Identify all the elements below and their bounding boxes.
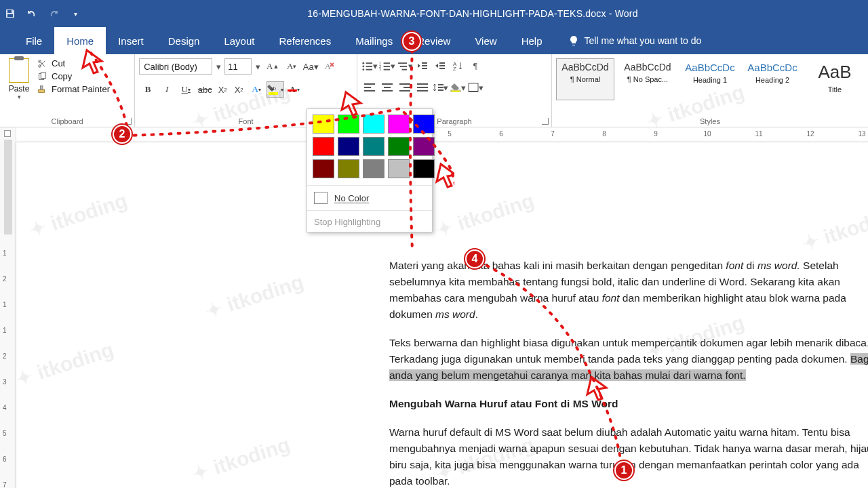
highlight-swatch[interactable] <box>338 137 359 156</box>
svg-text:Z: Z <box>453 66 456 70</box>
styles-gallery[interactable]: AaBbCcDd¶ Normal AaBbCcDd¶ No Spac... Aa… <box>556 57 864 100</box>
ruler-tick <box>720 130 746 138</box>
format-painter-button[interactable]: Format Painter <box>37 84 110 94</box>
highlight-swatch[interactable] <box>363 137 384 156</box>
multilevel-list-button[interactable]: ▾ <box>397 58 413 73</box>
paragraph-dialog-launcher[interactable] <box>542 118 549 125</box>
horizontal-ruler[interactable]: 5678910111213 <box>16 127 868 142</box>
font-size-combo[interactable]: 11 <box>224 58 252 75</box>
tab-help[interactable]: Help <box>509 27 555 54</box>
ruler-tick: 8 <box>591 130 617 138</box>
annotation-marker-3: 3 <box>402 32 421 51</box>
grow-font-button[interactable]: A▲ <box>264 58 281 75</box>
tab-design[interactable]: Design <box>156 27 212 54</box>
style-normal[interactable]: AaBbCcDd¶ Normal <box>556 58 614 100</box>
qat-customize-icon[interactable]: ▾ <box>69 7 81 20</box>
bold-button[interactable]: B <box>139 81 157 98</box>
tab-file[interactable]: File <box>14 27 54 54</box>
italic-button[interactable]: I <box>158 81 176 98</box>
no-color-item[interactable]: No Color <box>307 187 432 209</box>
font-name-combo[interactable]: Calibri (Body) <box>139 58 212 75</box>
group-label-styles: Styles <box>552 117 868 125</box>
ruler-tick: 13 <box>849 130 868 138</box>
clipboard-dialog-launcher[interactable] <box>125 118 132 125</box>
tab-mailings[interactable]: Mailings <box>343 27 405 54</box>
tab-home[interactable]: Home <box>54 27 106 54</box>
sort-button[interactable]: AZ <box>450 58 466 73</box>
highlight-swatch[interactable] <box>313 115 334 134</box>
subscript-button[interactable]: X2 <box>215 81 230 98</box>
font-size-dropdown-icon[interactable]: ▾ <box>253 62 262 72</box>
highlight-swatch[interactable] <box>363 159 384 178</box>
document-body[interactable]: Materi yang akan kita bahas kali ini mas… <box>389 258 868 488</box>
svg-rect-23 <box>398 62 407 64</box>
shading-button[interactable]: ▾ <box>450 80 466 95</box>
paragraph-1[interactable]: Materi yang akan kita bahas kali ini mas… <box>389 258 868 323</box>
superscript-button[interactable]: X2 <box>231 81 246 98</box>
highlight-swatch[interactable] <box>413 159 435 178</box>
highlight-swatch[interactable] <box>388 115 410 134</box>
svg-rect-49 <box>451 90 460 92</box>
tab-references[interactable]: References <box>267 27 343 54</box>
svg-rect-41 <box>403 87 410 88</box>
svg-text:A: A <box>325 62 331 71</box>
svg-rect-34 <box>364 83 375 85</box>
align-center-button[interactable] <box>379 80 395 95</box>
shrink-font-button[interactable]: A▾ <box>283 58 300 75</box>
justify-button[interactable] <box>414 80 431 95</box>
align-left-button[interactable] <box>361 80 378 95</box>
tab-layout[interactable]: Layout <box>212 27 267 54</box>
line-spacing-button[interactable]: ▾ <box>432 80 448 95</box>
increase-indent-button[interactable] <box>432 58 448 73</box>
highlight-swatch[interactable] <box>413 115 435 134</box>
svg-rect-14 <box>366 66 372 67</box>
numbering-button[interactable]: 123▾ <box>379 58 395 73</box>
show-marks-button[interactable]: ¶ <box>467 58 484 73</box>
svg-rect-40 <box>399 83 410 85</box>
document-page[interactable]: Materi yang akan kita bahas kali ini mas… <box>16 142 868 488</box>
highlight-color-grid <box>307 109 432 184</box>
heading-paragraph[interactable]: Mengubah Warna Huruf atau Font di MS Wor… <box>389 396 868 412</box>
font-color-button[interactable]: A▾ <box>285 81 303 98</box>
highlight-swatch[interactable] <box>313 159 334 178</box>
highlight-swatch[interactable] <box>338 159 359 178</box>
svg-rect-27 <box>422 65 427 66</box>
svg-rect-36 <box>364 90 375 92</box>
highlight-swatch[interactable] <box>388 137 410 156</box>
tell-me-search[interactable]: Tell me what you want to do <box>555 27 702 54</box>
highlight-swatch[interactable] <box>388 159 410 178</box>
redo-icon[interactable] <box>47 7 60 20</box>
paste-button[interactable]: Paste ▾ <box>4 57 34 100</box>
undo-icon[interactable] <box>26 7 38 20</box>
vertical-ruler[interactable]: 1211234567 <box>0 127 16 488</box>
style-heading-2[interactable]: AaBbCcDcHeading 2 <box>743 58 802 100</box>
text-effects-button[interactable]: A▾ <box>248 81 265 98</box>
tab-insert[interactable]: Insert <box>106 27 156 54</box>
style-title[interactable]: AaBTitle <box>806 58 864 100</box>
clear-formatting-button[interactable]: A <box>321 58 338 75</box>
align-right-button[interactable] <box>397 80 413 95</box>
svg-point-11 <box>362 62 364 64</box>
highlight-swatch[interactable] <box>413 137 435 156</box>
svg-rect-20 <box>384 66 390 67</box>
strikethrough-button[interactable]: abc <box>196 81 214 98</box>
cut-button[interactable]: Cut <box>37 58 110 68</box>
svg-rect-16 <box>366 69 372 70</box>
highlight-swatch[interactable] <box>313 137 334 156</box>
font-name-dropdown-icon[interactable]: ▾ <box>214 62 223 72</box>
highlight-swatch[interactable] <box>338 115 359 134</box>
style-heading-1[interactable]: AaBbCcDcHeading 1 <box>681 58 739 100</box>
tab-view[interactable]: View <box>462 27 509 54</box>
underline-button[interactable]: U▾ <box>177 81 195 98</box>
borders-button[interactable]: ▾ <box>467 80 484 95</box>
style-no-spacing[interactable]: AaBbCcDd¶ No Spac... <box>618 58 677 100</box>
decrease-indent-button[interactable] <box>414 58 431 73</box>
bullets-button[interactable]: ▾ <box>361 58 378 73</box>
copy-button[interactable]: Copy <box>37 71 110 81</box>
change-case-button[interactable]: Aa▾ <box>302 58 319 75</box>
save-icon[interactable] <box>4 7 16 20</box>
text-highlight-button[interactable]: ab▾ <box>267 81 284 98</box>
paragraph-2[interactable]: Teks berwarna dan highlight biasa diguna… <box>389 335 868 384</box>
vruler-tick: 1 <box>3 327 7 334</box>
highlight-swatch[interactable] <box>363 115 384 134</box>
